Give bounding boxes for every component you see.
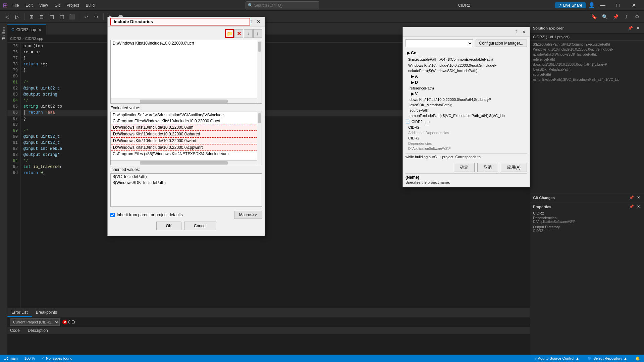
prop-build-info: while building a VC++ project. Correspon… [406, 153, 527, 160]
tab-cidr2cpp[interactable]: C CIDR2.cpp ✕ [7, 24, 46, 35]
macros-button[interactable]: Macros>> [234, 211, 262, 219]
search-input[interactable] [254, 3, 315, 8]
toolbar-nav-fwd[interactable]: ▷ [13, 12, 21, 21]
prop-tree-group-co[interactable]: ▶ Co [406, 50, 527, 56]
evaluated-list[interactable]: D:\ApplicationSoftware\VS\Installation\V… [110, 112, 262, 165]
prop-tree-group-a[interactable]: ▶ A [406, 73, 527, 79]
status-ok[interactable]: ✓ No issues found [40, 356, 74, 361]
select-repository-btn[interactable]: 🔷 Select Repository ▲ [586, 356, 629, 361]
toolbar-btn-3[interactable]: ◫ [47, 12, 56, 21]
toolbar-redo[interactable]: ↪ [92, 12, 101, 21]
dir-list-scrollbar[interactable] [257, 40, 262, 103]
inherit-checkbox-label: Inherit from parent or project defaults [117, 213, 183, 217]
cancel-button[interactable]: Cancel [184, 222, 216, 230]
prop-tree-group-d[interactable]: ▶ D [406, 79, 527, 85]
apply-button[interactable]: 应用(A) [501, 163, 527, 172]
add-folder-button[interactable]: 📁 [225, 29, 234, 38]
eval-list-scrollbar[interactable] [257, 112, 262, 165]
toolbar-btn-4[interactable]: ⬚ [57, 12, 66, 21]
menu-file[interactable]: File [10, 2, 21, 8]
se-meta-path: lowsSDK_MetadataPath); [530, 67, 644, 72]
toolbar-separator-3 [103, 13, 104, 20]
dir-entry-0[interactable]: D:\Windows Kits\10\Include\10.0.22000.0\… [111, 40, 262, 46]
line-num-91: 91 [7, 140, 20, 146]
status-zoom[interactable]: 100 % [23, 356, 36, 360]
toolbar-settings[interactable]: ⚙ [633, 12, 641, 21]
eval-entry-6: C:\Program Files (x86)\Windows Kits\NETF… [111, 151, 262, 157]
ok-button[interactable]: OK [156, 222, 181, 230]
toolbar-search[interactable]: 🔍 [600, 12, 609, 21]
dialog-close-button[interactable]: ✕ [255, 18, 262, 25]
prop-tree-group-v[interactable]: ▶ V [406, 91, 527, 97]
prop-name-desc: Specifies the project name. [406, 180, 527, 184]
inherit-checkbox[interactable] [110, 213, 115, 217]
delete-icon: ✕ [237, 31, 241, 37]
status-git[interactable]: ⎇ main [3, 356, 19, 361]
dialog-title-bar: Include Directories ? ✕ [108, 17, 265, 26]
git-pin-btn[interactable]: 📌 [629, 195, 635, 201]
line-num-82: 82 [7, 86, 20, 92]
props-close-btn[interactable]: ✕ [635, 204, 641, 210]
eval-list-hscrollbar[interactable] [111, 160, 257, 165]
move-up-button[interactable]: ↑ [253, 29, 262, 38]
prop-meta-path: lowsSDK_MetadataPath); [406, 102, 527, 108]
git-close-btn[interactable]: ✕ [635, 195, 641, 201]
eval-entry-1: C:\Program Files\Windows Kits\10\Include… [111, 118, 262, 124]
error-filter-select[interactable]: Current Project (CIDR2) [10, 318, 60, 326]
toolbar-btn-2[interactable]: ⊡ [37, 12, 46, 21]
tab-close-icon[interactable]: ✕ [38, 27, 42, 33]
account-icon[interactable]: 👤 [588, 2, 595, 8]
prop-config-row: Configuration Manager... [406, 39, 527, 47]
se-pin-btn[interactable]: 📌 [627, 25, 634, 32]
toolbar-btn-5[interactable]: ⬛ [67, 12, 76, 21]
config-manager-button[interactable]: Configuration Manager... [476, 40, 527, 47]
bell-btn[interactable]: 🔔 [634, 356, 641, 361]
line-num-84: 84 [7, 98, 20, 104]
toolbar-undo[interactable]: ↩ [82, 12, 91, 21]
confirm-button[interactable]: 确定 [454, 163, 475, 172]
props-pin-btn[interactable]: 📌 [629, 204, 635, 210]
tab-error-list[interactable]: Error List [7, 309, 32, 317]
search-box[interactable]: 🔍 [246, 1, 319, 9]
status-right: ↑ Add to Source Control ▲ 🔷 Select Repos… [533, 356, 641, 361]
se-close-btn[interactable]: ✕ [635, 25, 641, 32]
dir-entries-list[interactable]: D:\Windows Kits\10\Include\10.0.22000.0\… [110, 40, 262, 104]
line-numbers: 75 76 77 78 79 80 81 82 83 84 85 86 87 8… [7, 43, 21, 308]
toolbar-btn-1[interactable]: ⊞ [27, 12, 36, 21]
minimize-button[interactable]: — [595, 0, 610, 11]
maximize-button[interactable]: □ [610, 0, 626, 11]
props-outdir-value: CIDR2 [533, 229, 641, 233]
prop-dialog-title-bar: ? ✕ [403, 27, 530, 37]
menu-edit[interactable]: Edit [23, 2, 35, 8]
prop-cancel-button[interactable]: 取消 [477, 163, 498, 172]
menu-build[interactable]: Build [83, 2, 98, 8]
toolbar-share[interactable]: ⤴ [622, 12, 631, 21]
prop-config-select[interactable] [406, 39, 473, 47]
eval-entry-0: D:\ApplicationSoftware\VS\Installation\V… [111, 112, 262, 118]
toolbar-nav-back[interactable]: ◁ [3, 12, 11, 21]
prop-include-path2: ncludePath);$(WindowsSDK_IncludePath); [406, 68, 527, 73]
liveshare-button[interactable]: ↗ Live Share [555, 2, 586, 8]
prop-dialog-close-btn[interactable]: ✕ [521, 29, 527, 35]
close-button[interactable]: ✕ [626, 0, 641, 11]
dialog-help-btn[interactable]: ? [250, 19, 253, 24]
inherited-list[interactable]: $(VC_IncludePath) $(WindowsSDK_IncludePa… [110, 173, 262, 207]
prop-project-name2: CIDR2 [406, 135, 527, 141]
dir-list-hscrollbar[interactable] [111, 99, 257, 103]
toolbox-label[interactable]: Toolbox [2, 27, 6, 40]
move-down-button[interactable]: ↓ [244, 29, 253, 38]
line-num-80: 80 [7, 74, 20, 80]
toolbar-pin[interactable]: 📌 [611, 12, 620, 21]
add-source-control-btn[interactable]: ↑ Add to Source Control ▲ [533, 356, 581, 360]
liveshare-icon: ↗ [558, 3, 562, 8]
toolbar-bookmark[interactable]: 🔖 [590, 12, 598, 21]
delete-entry-button[interactable]: ✕ [234, 29, 243, 38]
menu-project[interactable]: Project [64, 2, 82, 8]
dialog-body: 📁 ✕ ↓ ↑ D:\Windows Kits\10\Include\10.0.… [108, 26, 265, 236]
prop-dialog-help-btn[interactable]: ? [515, 29, 518, 34]
menu-git[interactable]: Git [52, 2, 62, 8]
inherit-checkbox-row[interactable]: Inherit from parent or project defaults [110, 213, 183, 217]
props-deps-value: D:\ApplicationSoftware\VS\P [533, 220, 641, 224]
tab-breakpoints[interactable]: Breakpoints [32, 309, 61, 317]
menu-view[interactable]: View [37, 2, 51, 8]
